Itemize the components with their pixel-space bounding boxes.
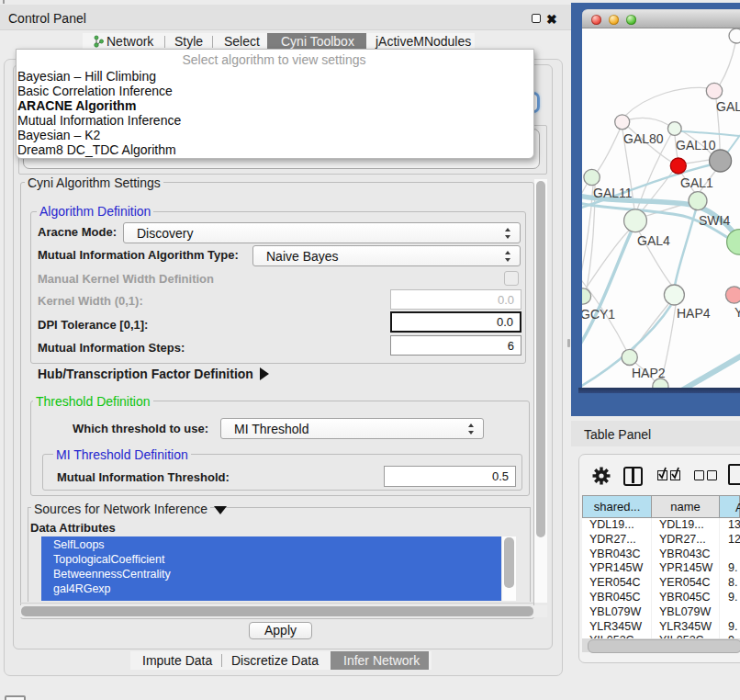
svg-text:GAL10: GAL10	[676, 138, 716, 152]
svg-text:HAP2: HAP2	[632, 366, 666, 380]
svg-text:GAL: GAL	[716, 99, 740, 114]
svg-text:SWI4: SWI4	[699, 213, 730, 228]
svg-text:GCY1: GCY1	[582, 307, 615, 322]
svg-text:GAL4: GAL4	[637, 233, 670, 248]
svg-text:GAL1: GAL1	[680, 175, 713, 190]
svg-text:Y: Y	[734, 305, 740, 320]
svg-text:HAP4: HAP4	[677, 306, 711, 321]
svg-text:GAL80: GAL80	[623, 131, 664, 146]
svg-text:GAL11: GAL11	[593, 186, 633, 200]
